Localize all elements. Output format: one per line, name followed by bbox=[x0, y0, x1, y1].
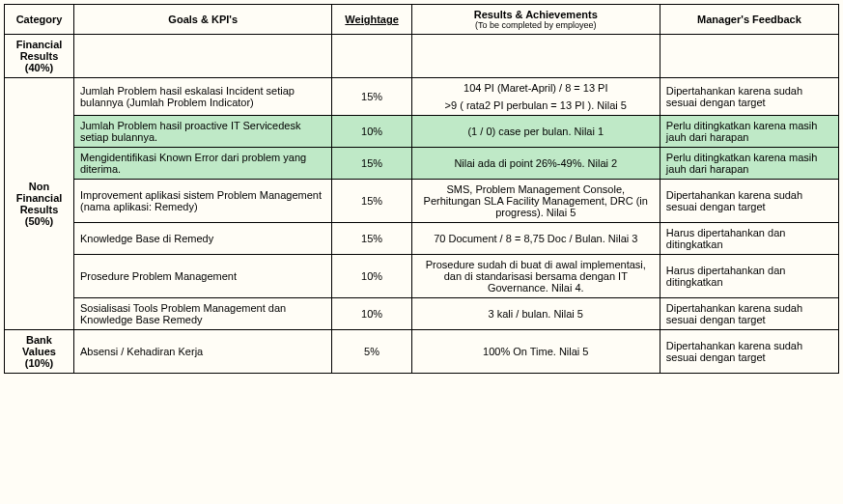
cell-goal: Improvement aplikasi sistem Problem Mana… bbox=[74, 180, 332, 223]
cat-nonfinancial: Non Financial Results (50%) bbox=[5, 78, 74, 330]
cell-goal: Knowledge Base di Remedy bbox=[74, 223, 332, 255]
cell-result: Nilai ada di point 26%-49%. Nilai 2 bbox=[411, 148, 660, 180]
hdr-category: Category bbox=[5, 5, 74, 35]
cell-feedback: Dipertahankan karena sudah sesuai dengan… bbox=[660, 330, 838, 374]
hdr-weightage: Weightage bbox=[332, 5, 411, 35]
cell-goal: Mengidentifikasi Known Error dari proble… bbox=[74, 148, 332, 180]
cell-result: SMS, Problem Management Console, Perhitu… bbox=[411, 180, 660, 223]
cell-goal: Absensi / Kehadiran Kerja bbox=[74, 330, 332, 374]
hdr-feedback: Manager's Feedback bbox=[660, 5, 838, 35]
cell-weight: 15% bbox=[332, 148, 411, 180]
cell-result: 104 PI (Maret-April) / 8 = 13 PI >9 ( ra… bbox=[411, 78, 660, 116]
cat-financial: Financial Results (40%) bbox=[5, 35, 74, 78]
cat-bank: Bank Values (10%) bbox=[5, 330, 74, 374]
row-3: Mengidentifikasi Known Error dari proble… bbox=[5, 148, 839, 180]
cell-result: 100% On Time. Nilai 5 bbox=[411, 330, 660, 374]
cell-feedback: Dipertahankan karena sudah sesuai dengan… bbox=[660, 78, 838, 116]
cell-result: (1 / 0) case per bulan. Nilai 1 bbox=[411, 116, 660, 148]
row-7: Sosialisasi Tools Problem Management dan… bbox=[5, 298, 839, 330]
row-8: Bank Values (10%) Absensi / Kehadiran Ke… bbox=[5, 330, 839, 374]
kpi-table: Category Goals & KPI's Weightage Results… bbox=[4, 4, 839, 374]
hdr-results: Results & Achievements (To be completed … bbox=[411, 5, 660, 35]
cell-feedback: Perlu ditingkatkan karena masih jauh dar… bbox=[660, 116, 838, 148]
cell-weight: 10% bbox=[332, 298, 411, 330]
cell-goal: Jumlah Problem hasil eskalasi Incident s… bbox=[74, 78, 332, 116]
row-1: Non Financial Results (50%) Jumlah Probl… bbox=[5, 78, 839, 116]
cell-result: 3 kali / bulan. Nilai 5 bbox=[411, 298, 660, 330]
cell-weight: 10% bbox=[332, 255, 411, 298]
cell-feedback: Harus dipertahankan dan ditingkatkan bbox=[660, 223, 838, 255]
cell-feedback: Dipertahankan karena sudah sesuai dengan… bbox=[660, 180, 838, 223]
cell-goal: Prosedure Problem Management bbox=[74, 255, 332, 298]
row-2: Jumlah Problem hasil proactive IT Servic… bbox=[5, 116, 839, 148]
cell-goal: Sosialisasi Tools Problem Management dan… bbox=[74, 298, 332, 330]
cell-weight: 15% bbox=[332, 180, 411, 223]
cell-weight: 5% bbox=[332, 330, 411, 374]
row-financial-empty: Financial Results (40%) bbox=[5, 35, 839, 78]
row-5: Knowledge Base di Remedy 15% 70 Document… bbox=[5, 223, 839, 255]
cell-feedback: Harus dipertahankan dan ditingkatkan bbox=[660, 255, 838, 298]
row-6: Prosedure Problem Management 10% Prosedu… bbox=[5, 255, 839, 298]
cell-weight: 15% bbox=[332, 78, 411, 116]
cell-feedback: Perlu ditingkatkan karena masih jauh dar… bbox=[660, 148, 838, 180]
cell-weight: 10% bbox=[332, 116, 411, 148]
header-row: Category Goals & KPI's Weightage Results… bbox=[5, 5, 839, 35]
row-4: Improvement aplikasi sistem Problem Mana… bbox=[5, 180, 839, 223]
cell-weight: 15% bbox=[332, 223, 411, 255]
hdr-goals: Goals & KPI's bbox=[74, 5, 332, 35]
cell-goal: Jumlah Problem hasil proactive IT Servic… bbox=[74, 116, 332, 148]
cell-feedback: Dipertahankan karena sudah sesuai dengan… bbox=[660, 298, 838, 330]
cell-result: Prosedure sudah di buat di awal implemen… bbox=[411, 255, 660, 298]
cell-result: 70 Document / 8 = 8,75 Doc / Bulan. Nila… bbox=[411, 223, 660, 255]
